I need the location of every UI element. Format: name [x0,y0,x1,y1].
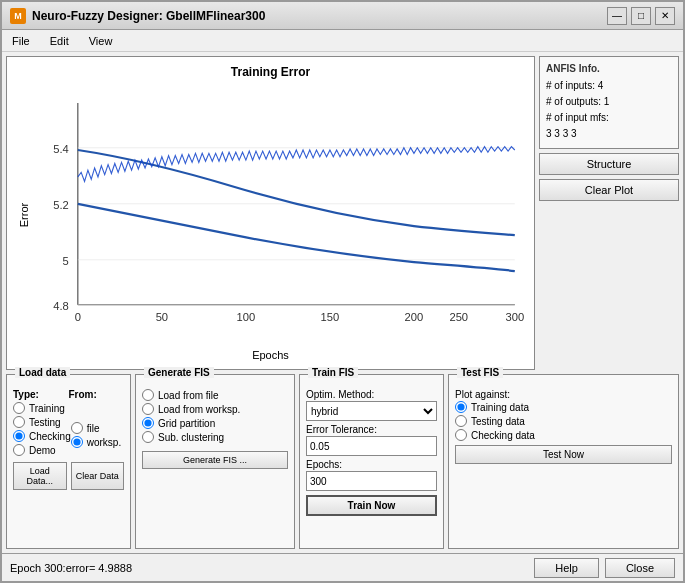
generate-fis-panel: Generate FIS Load from file Load from wo… [135,374,295,549]
title-bar: M Neuro-Fuzzy Designer: GbellMFlinear300… [2,2,683,30]
close-window-button[interactable]: ✕ [655,7,675,25]
test-checking-data[interactable]: Checking data [455,429,672,441]
main-window: M Neuro-Fuzzy Designer: GbellMFlinear300… [0,0,685,583]
fis-load-workspace[interactable]: Load from worksp. [142,403,288,415]
svg-text:0: 0 [75,311,81,323]
svg-text:100: 100 [237,311,256,323]
svg-text:300: 300 [505,311,524,323]
test-testing-data[interactable]: Testing data [455,415,672,427]
type-label: Type: [13,389,69,400]
bottom-section: Load data Type: From: Training Testing [6,374,679,549]
maximize-button[interactable]: □ [631,7,651,25]
epochs-input[interactable] [306,471,437,491]
fis-grid-partition[interactable]: Grid partition [142,417,288,429]
help-button[interactable]: Help [534,558,599,578]
test-training-data[interactable]: Training data [455,401,672,413]
svg-text:4.8: 4.8 [53,300,69,312]
right-buttons: Structure Clear Plot [539,153,679,201]
chart-area: Training Error Error [6,56,535,370]
clear-plot-button[interactable]: Clear Plot [539,179,679,201]
right-panel: ANFIS Info. # of inputs: 4 # of outputs:… [539,56,679,370]
svg-text:5.4: 5.4 [53,143,69,155]
title-bar-left: M Neuro-Fuzzy Designer: GbellMFlinear300 [10,8,265,24]
train-fis-title: Train FIS [308,367,358,378]
status-text: Epoch 300:error= 4.9888 [10,562,132,574]
x-axis-label: Epochs [15,349,526,361]
clear-data-button[interactable]: Clear Data [71,462,125,490]
title-buttons: — □ ✕ [607,7,675,25]
test-fis-content: Plot against: Training data Testing data… [455,389,672,464]
train-now-button[interactable]: Train Now [306,495,437,516]
test-fis-radio-group: Training data Testing data Checking data [455,401,672,441]
svg-text:200: 200 [405,311,424,323]
generate-fis-button[interactable]: Generate FIS ... [142,451,288,469]
load-data-panel: Load data Type: From: Training Testing [6,374,131,549]
top-section: Training Error Error [6,56,679,370]
type-checking[interactable]: Checking [13,430,71,442]
anfis-input-mfs-value: 3 3 3 3 [546,126,672,142]
window-title: Neuro-Fuzzy Designer: GbellMFlinear300 [32,9,265,23]
svg-text:250: 250 [449,311,468,323]
menu-edit[interactable]: Edit [44,33,75,49]
from-label: From: [69,389,125,400]
test-fis-panel: Test FIS Plot against: Training data Tes… [448,374,679,549]
optim-method-dropdown[interactable]: hybrid backprop [306,401,437,421]
status-bar: Epoch 300:error= 4.9888 Help Close [2,553,683,581]
test-fis-title: Test FIS [457,367,503,378]
svg-rect-0 [33,92,526,339]
test-now-button[interactable]: Test Now [455,445,672,464]
structure-button[interactable]: Structure [539,153,679,175]
train-fis-panel: Train FIS Optim. Method: hybrid backprop… [299,374,444,549]
plot-against-label: Plot against: [455,389,672,400]
y-axis-label: Error [18,203,30,227]
menu-view[interactable]: View [83,33,119,49]
optim-method-label: Optim. Method: [306,389,437,400]
generate-fis-content: Load from file Load from worksp. Grid pa… [142,389,288,469]
minimize-button[interactable]: — [607,7,627,25]
load-data-content: Type: From: Training Testing [13,389,124,490]
anfis-outputs: # of outputs: 1 [546,94,672,110]
type-demo[interactable]: Demo [13,444,71,456]
status-buttons: Help Close [534,558,675,578]
load-data-buttons: Load Data... Clear Data [13,462,124,490]
main-content: Training Error Error [2,52,683,553]
fis-load-file[interactable]: Load from file [142,389,288,401]
load-data-title: Load data [15,367,70,378]
error-tol-input[interactable] [306,436,437,456]
chart-title: Training Error [15,65,526,79]
anfis-input-mfs-label: # of input mfs: [546,110,672,126]
menu-file[interactable]: File [6,33,36,49]
close-button[interactable]: Close [605,558,675,578]
generate-fis-radio-group: Load from file Load from worksp. Grid pa… [142,389,288,443]
fis-sub-clustering[interactable]: Sub. clustering [142,431,288,443]
type-testing[interactable]: Testing [13,416,71,428]
generate-fis-title: Generate FIS [144,367,214,378]
chart-svg: 4.8 5 5.2 5.4 0 50 100 [33,83,526,347]
anfis-info-panel: ANFIS Info. # of inputs: 4 # of outputs:… [539,56,679,149]
epochs-label: Epochs: [306,459,437,470]
anfis-info-title: ANFIS Info. [546,63,672,74]
error-tol-label: Error Tolerance: [306,424,437,435]
menubar: File Edit View [2,30,683,52]
anfis-inputs: # of inputs: 4 [546,78,672,94]
svg-text:50: 50 [156,311,168,323]
svg-text:5.2: 5.2 [53,199,69,211]
from-file[interactable]: file [71,422,124,434]
from-workspace[interactable]: worksp. [71,436,124,448]
type-training[interactable]: Training [13,402,71,414]
app-icon: M [10,8,26,24]
svg-text:5: 5 [63,255,69,267]
load-data-button[interactable]: Load Data... [13,462,67,490]
train-fis-content: Optim. Method: hybrid backprop Error Tol… [306,389,437,516]
svg-text:150: 150 [321,311,340,323]
type-radio-group: Training Testing Checking Demo [13,402,71,456]
from-radio-group: file worksp. [71,422,124,456]
